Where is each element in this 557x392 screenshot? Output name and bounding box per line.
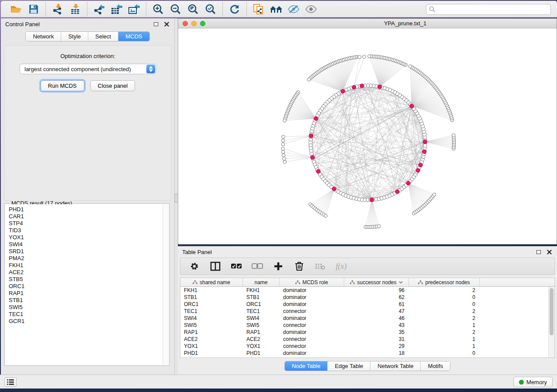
float-table-panel-button[interactable]: [535, 248, 542, 255]
cell-shared-name[interactable]: TEC1: [180, 308, 243, 315]
tab-mcds[interactable]: MCDS: [118, 32, 149, 41]
cell-predecessor-nodes[interactable]: 0: [409, 301, 480, 308]
mcds-result-item[interactable]: YOX1: [9, 234, 163, 241]
cell-name[interactable]: STB1: [243, 294, 280, 301]
cell-name[interactable]: SWI5: [243, 322, 280, 329]
cell-MCDS-role[interactable]: dominator: [280, 329, 344, 336]
cell-MCDS-role[interactable]: dominator: [280, 301, 344, 308]
cell-predecessor-nodes[interactable]: 1: [409, 322, 480, 329]
table-row[interactable]: ORC1ORC1dominator610: [180, 301, 548, 308]
cell-name[interactable]: FKH1: [243, 287, 280, 294]
table-row[interactable]: PHD1PHD1dominator180: [180, 350, 548, 357]
leaf-node[interactable]: [363, 55, 366, 58]
cell-name[interactable]: SWI4: [243, 315, 280, 322]
refresh-view-button[interactable]: [228, 3, 241, 15]
ring-node[interactable]: [423, 144, 427, 147]
cell-successor-nodes[interactable]: 35: [344, 329, 409, 336]
close-panel-action-button[interactable]: Close panel: [90, 80, 135, 91]
maximize-window-icon[interactable]: [200, 21, 205, 26]
cell-MCDS-role[interactable]: dominator: [280, 350, 344, 357]
close-table-panel-button[interactable]: [546, 248, 553, 255]
node-table-body[interactable]: FKH1FKH1dominator962STB1STB1dominator620…: [180, 287, 548, 358]
mcds-node[interactable]: [423, 140, 427, 144]
leaf-node[interactable]: [283, 160, 287, 164]
mcds-result-list[interactable]: PHD1CAR1STP4TID3YOX1SWI4SRD1PMA2FKH1ACE2…: [5, 204, 163, 365]
import-table-button[interactable]: [69, 3, 82, 15]
table-settings-button[interactable]: [188, 260, 201, 272]
export-image-button[interactable]: [128, 3, 141, 15]
network-window-titlebar[interactable]: YPA_prune.txt_1: [178, 19, 557, 28]
cell-successor-nodes[interactable]: 29: [344, 343, 409, 350]
mcds-result-scrollbar[interactable]: [163, 204, 169, 365]
cell-name[interactable]: ACE2: [243, 336, 280, 343]
cell-predecessor-nodes[interactable]: 0: [409, 294, 480, 301]
tab-edge-table[interactable]: Edge Table: [328, 361, 370, 371]
mcds-node[interactable]: [406, 181, 410, 185]
mcds-node[interactable]: [370, 198, 374, 202]
leaf-node[interactable]: [282, 135, 285, 139]
deselect-all-button[interactable]: [251, 260, 263, 272]
search-input[interactable]: [426, 4, 551, 15]
cell-MCDS-role[interactable]: dominator: [280, 294, 344, 301]
column-header-successor-nodes[interactable]: successor nodes: [344, 278, 409, 286]
mcds-result-item[interactable]: SWI5: [9, 304, 163, 311]
zoom-in-button[interactable]: [152, 3, 165, 15]
tab-style[interactable]: Style: [61, 32, 88, 41]
new-network-from-selection-button[interactable]: [252, 3, 265, 15]
table-row[interactable]: SWI4SWI4dominator462: [180, 315, 548, 322]
mcds-result-item[interactable]: FKH1: [9, 262, 163, 269]
mcds-node[interactable]: [378, 85, 382, 89]
mcds-result-item[interactable]: STP4: [9, 220, 163, 227]
leaf-node[interactable]: [377, 225, 381, 228]
mcds-result-item[interactable]: ORC1: [9, 283, 163, 290]
cell-shared-name[interactable]: PHD1: [180, 350, 243, 357]
cell-name[interactable]: PHD1: [243, 350, 280, 357]
column-header-shared-name[interactable]: shared name: [180, 278, 243, 286]
cell-name[interactable]: ORC1: [243, 301, 280, 308]
mcds-result-item[interactable]: ACE2: [9, 269, 163, 276]
table-row[interactable]: ACE2ACE2connector311: [180, 336, 548, 343]
hide-selected-button[interactable]: [287, 3, 300, 15]
mcds-node[interactable]: [311, 155, 315, 159]
network-graph[interactable]: [178, 28, 557, 244]
leaf-node[interactable]: [283, 119, 287, 122]
cell-successor-nodes[interactable]: 31: [344, 336, 409, 343]
table-row[interactable]: TEC1TEC1connector472: [180, 308, 548, 315]
cell-shared-name[interactable]: FKH1: [180, 287, 243, 294]
optimization-criterion-dropdown[interactable]: largest connected component (undirected): [20, 64, 156, 74]
leaf-node[interactable]: [283, 157, 286, 161]
mcds-result-item[interactable]: STB1: [9, 297, 163, 304]
show-columns-button[interactable]: [209, 260, 221, 272]
zoom-selected-button[interactable]: [204, 3, 217, 15]
mcds-result-item[interactable]: PHD1: [9, 206, 163, 213]
select-all-button[interactable]: [230, 260, 242, 272]
mcds-node[interactable]: [309, 134, 313, 138]
cell-MCDS-role[interactable]: connector: [280, 322, 344, 329]
cell-shared-name[interactable]: ACE2: [180, 336, 243, 343]
leaf-node[interactable]: [368, 55, 371, 58]
column-header-name[interactable]: name: [243, 278, 280, 286]
delete-column-button[interactable]: [293, 260, 305, 272]
cell-name[interactable]: YOX1: [243, 343, 280, 350]
open-file-button[interactable]: [10, 3, 23, 15]
cell-MCDS-role[interactable]: connector: [280, 336, 344, 343]
cell-MCDS-role[interactable]: connector: [280, 343, 344, 350]
mcds-result-item[interactable]: CAR1: [9, 213, 163, 220]
cell-predecessor-nodes[interactable]: 2: [409, 287, 480, 294]
scrollbar-thumb[interactable]: [550, 288, 554, 335]
cell-successor-nodes[interactable]: 61: [344, 301, 409, 308]
show-panels-button[interactable]: [4, 377, 17, 387]
table-row[interactable]: RAP1RAP1dominator352: [180, 329, 548, 336]
mcds-node[interactable]: [360, 84, 364, 88]
cell-MCDS-role[interactable]: dominator: [280, 315, 344, 322]
show-all-button[interactable]: [304, 3, 318, 15]
mcds-result-item[interactable]: TEC1: [9, 311, 163, 318]
leaf-node[interactable]: [281, 143, 285, 146]
leaf-node[interactable]: [358, 55, 361, 59]
mcds-result-item[interactable]: TID3: [9, 227, 163, 234]
mcds-node[interactable]: [341, 89, 345, 93]
mcds-node[interactable]: [316, 169, 320, 173]
leaf-node[interactable]: [452, 134, 455, 137]
cell-shared-name[interactable]: SWI4: [180, 315, 243, 322]
cell-successor-nodes[interactable]: 47: [344, 308, 409, 315]
